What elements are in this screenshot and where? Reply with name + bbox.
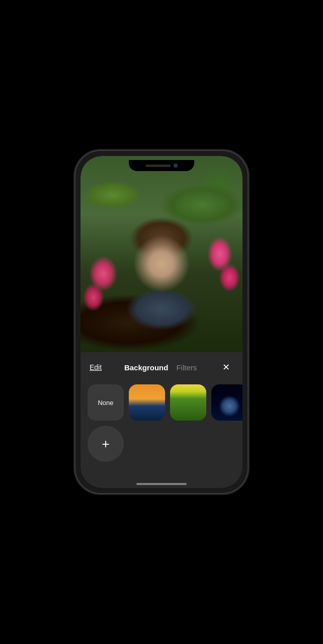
bottom-panel: Edit Background Filters ✕ None: [80, 352, 243, 488]
tab-filters[interactable]: Filters: [176, 363, 197, 372]
photo-image: [80, 156, 243, 352]
phone-screen: Edit Background Filters ✕ None: [80, 156, 243, 488]
background-none[interactable]: None: [88, 384, 124, 421]
phone-frame: Edit Background Filters ✕ None: [75, 151, 248, 493]
tab-background[interactable]: Background: [124, 363, 169, 372]
home-indicator: [136, 483, 187, 485]
add-row: +: [80, 426, 243, 467]
add-background-button[interactable]: +: [88, 426, 124, 462]
grass-thumbnail-image: [170, 384, 206, 421]
toolbar: Edit Background Filters ✕: [80, 352, 243, 379]
background-grass[interactable]: [170, 384, 206, 421]
background-thumbnails: None: [80, 379, 243, 426]
space-thumbnail-image: [211, 384, 243, 421]
close-button[interactable]: ✕: [219, 360, 233, 374]
background-space[interactable]: [211, 384, 243, 421]
edit-button[interactable]: Edit: [90, 363, 102, 371]
camera-icon: [174, 164, 178, 168]
background-bridge[interactable]: [129, 384, 165, 421]
status-bar: [80, 156, 243, 178]
photo-area: [80, 156, 243, 352]
bridge-thumbnail-image: [129, 384, 165, 421]
notch: [129, 160, 194, 171]
speaker-icon: [145, 165, 171, 167]
tab-bar: Background Filters: [124, 363, 197, 372]
